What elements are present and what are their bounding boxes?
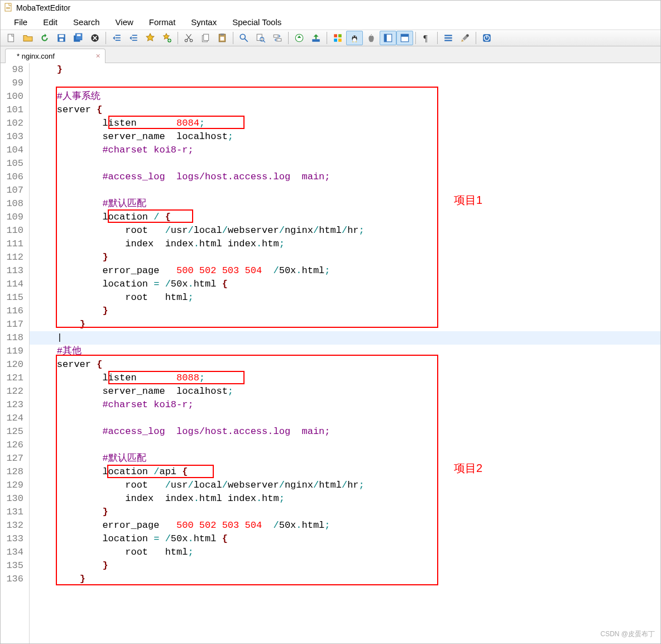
code-line[interactable]: } [30, 559, 660, 573]
apple-icon[interactable] [363, 31, 380, 45]
toolbar-separator [476, 32, 476, 44]
code-line[interactable]: server { [30, 103, 660, 117]
code-line[interactable] [30, 184, 660, 197]
code-line[interactable]: server_name localhost; [30, 385, 660, 398]
line-number: 104 [1, 144, 26, 157]
paste-icon[interactable] [214, 31, 231, 45]
code-line[interactable]: root /usr/local/webserver/nginx/html/hr; [30, 224, 660, 237]
menu-syntax[interactable]: Syntax [183, 16, 224, 28]
code-line[interactable]: server { [30, 358, 660, 371]
code-line[interactable]: } [30, 318, 660, 331]
code-line[interactable]: location / { [30, 211, 660, 224]
save-all-icon[interactable] [70, 31, 87, 45]
toolbar-separator [437, 32, 438, 44]
menu-edit[interactable]: Edit [35, 16, 65, 28]
code-line[interactable]: #其他 [30, 345, 660, 358]
code-line[interactable]: } [30, 304, 660, 318]
open-folder-icon[interactable] [20, 31, 36, 45]
linux-icon[interactable] [346, 31, 363, 45]
code-line[interactable]: #access_log logs/host.access.log main; [30, 170, 660, 184]
code-line[interactable]: | [30, 331, 660, 345]
reload-icon[interactable] [36, 31, 53, 45]
code-line[interactable]: location /api { [30, 465, 660, 479]
toolbar-separator [288, 32, 289, 44]
code-line[interactable]: index index.html index.htm; [30, 492, 660, 505]
cut-icon[interactable] [180, 31, 197, 45]
line-number: 118 [1, 331, 26, 345]
line-number: 102 [1, 117, 26, 130]
toolbar-separator [106, 32, 106, 44]
code-line[interactable]: #charset koi8-r; [30, 144, 660, 157]
close-icon[interactable]: ⨯ [95, 53, 100, 60]
code-line[interactable]: } [30, 505, 660, 519]
code-line[interactable]: } [30, 63, 660, 77]
toolbar-separator [327, 32, 327, 44]
code-line[interactable]: root /usr/local/webserver/nginx/html/hr; [30, 479, 660, 492]
code-line[interactable]: #默认匹配 [30, 452, 660, 465]
code-line[interactable]: index index.html index.htm; [30, 237, 660, 251]
svg-rect-5 [59, 35, 64, 37]
pilcrow-icon[interactable]: ¶ [418, 31, 435, 45]
menu-special-tools[interactable]: Special Tools [224, 16, 289, 28]
code-line[interactable]: #默认匹配 [30, 197, 660, 211]
bookmark-star-icon[interactable] [142, 31, 159, 45]
line-number: 100 [1, 90, 26, 103]
outdent-icon[interactable] [108, 31, 125, 45]
annotation-label-1: 项目1 [454, 193, 482, 208]
replace-icon[interactable] [269, 31, 286, 45]
code-line[interactable]: listen 8084; [30, 117, 660, 130]
code-line[interactable] [30, 77, 660, 90]
code-line[interactable]: root html; [30, 291, 660, 304]
save-icon[interactable] [53, 31, 70, 45]
find-icon[interactable] [236, 31, 252, 45]
code-line[interactable]: error_page 500 502 503 504 /50x.html; [30, 519, 660, 532]
svg-rect-2 [6, 8, 10, 9]
go-to-line-icon[interactable] [291, 31, 308, 45]
code-line[interactable]: error_page 500 502 503 504 /50x.html; [30, 264, 660, 278]
code-line[interactable] [30, 412, 660, 425]
toggle-panel-b-icon[interactable] [396, 31, 413, 45]
line-number: 119 [1, 345, 26, 358]
line-number: 127 [1, 452, 26, 465]
svg-rect-14 [132, 35, 137, 36]
svg-rect-12 [116, 37, 121, 39]
code-line[interactable] [30, 438, 660, 452]
code-line[interactable]: } [30, 573, 660, 586]
line-number: 131 [1, 505, 26, 519]
upload-icon[interactable] [308, 31, 324, 45]
menu-format[interactable]: Format [141, 16, 184, 28]
svg-point-48 [466, 34, 469, 37]
settings-list-icon[interactable] [440, 31, 457, 45]
svg-rect-11 [116, 35, 121, 36]
line-number: 109 [1, 211, 26, 224]
code-line[interactable]: #access_log logs/host.access.log main; [30, 425, 660, 438]
code-line[interactable]: location = /50x.html { [30, 278, 660, 291]
code-line[interactable]: #charset koi8-r; [30, 398, 660, 412]
code-line[interactable]: location = /50x.html { [30, 532, 660, 546]
new-file-icon[interactable] [3, 31, 20, 45]
svg-text:¶: ¶ [423, 34, 427, 43]
menu-file[interactable]: File [6, 16, 35, 28]
svg-rect-9 [77, 34, 81, 36]
close-circle-icon[interactable] [87, 31, 103, 45]
menu-search[interactable]: Search [65, 16, 108, 28]
tools-icon[interactable] [457, 31, 473, 45]
code-line[interactable] [30, 157, 660, 170]
menu-view[interactable]: View [108, 16, 141, 28]
code-line[interactable]: #人事系统 [30, 90, 660, 103]
indent-icon[interactable] [125, 31, 142, 45]
tab-nginx-conf[interactable]: * nginx.conf ⨯ [5, 49, 106, 63]
code-line[interactable]: root html; [30, 546, 660, 559]
line-number: 120 [1, 358, 26, 371]
code-area[interactable]: } #人事系统 server { listen 8084; server_nam… [30, 63, 660, 643]
code-line[interactable]: } [30, 251, 660, 264]
power-icon[interactable] [478, 31, 495, 45]
add-star-icon[interactable] [159, 31, 175, 45]
code-line[interactable]: server_name localhost; [30, 130, 660, 144]
find-files-icon[interactable] [252, 31, 269, 45]
windows-icon[interactable] [329, 31, 346, 45]
copy-icon[interactable] [197, 31, 214, 45]
svg-rect-23 [221, 34, 224, 35]
code-line[interactable]: listen 8088; [30, 371, 660, 385]
toggle-panel-a-icon[interactable] [380, 31, 396, 45]
